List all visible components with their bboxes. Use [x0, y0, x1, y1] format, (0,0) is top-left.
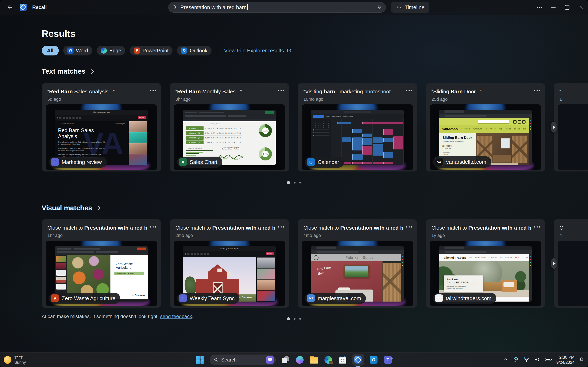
filter-edge[interactable]: Edge [96, 46, 125, 55]
recall-logo-icon [20, 4, 27, 11]
weather-widget[interactable]: 71°F Sunny [4, 352, 26, 367]
filter-powerpoint[interactable]: P PowerPoint [130, 46, 173, 55]
tray-time: 2:30 PM [556, 355, 575, 360]
margiestravel-icon: MT [307, 294, 315, 302]
text-matches-next-button[interactable] [551, 122, 557, 133]
card-title: C [559, 225, 588, 231]
mic-button[interactable] [377, 4, 382, 10]
close-icon [579, 5, 583, 9]
visual-matches-row: Close match to Presentation with a red b… [42, 219, 588, 308]
visual-match-card-team-sync[interactable]: Close match to Presentation with a red b… [170, 219, 289, 308]
card-thumbnail: VanArsdelCLOTHING FURNITURE APPLIANCES T… [430, 104, 541, 170]
visual-match-card-tailwindtraders[interactable]: Close match to Presentation with a red b… [426, 219, 545, 308]
title-bar: Recall Presentation with a red barn Time… [0, 0, 588, 15]
outlook-button[interactable]: O [369, 355, 378, 364]
visual-match-card-partial[interactable]: C 4 [554, 219, 588, 308]
visual-match-card-zero-waste[interactable]: Close match to Presentation with a red b… [42, 219, 161, 308]
outlook-icon: O [370, 356, 378, 364]
visual-matches-next-button[interactable] [551, 258, 557, 269]
copilot-button[interactable] [295, 355, 304, 364]
card-more-button[interactable] [534, 90, 540, 91]
app-title: Recall [32, 4, 47, 10]
edge-icon [101, 48, 107, 54]
notifications-button[interactable] [579, 357, 584, 363]
edge-work-icon [324, 356, 332, 364]
visual-match-card-margiestravel[interactable]: Close match to Presentation with a red b… [298, 219, 417, 308]
back-button[interactable] [5, 3, 14, 12]
text-match-card-marketing-review[interactable]: “Red Barn Sales Analysis...” 5d ago Mark… [42, 83, 161, 171]
card-title: Close match to Presentation with a red b… [303, 225, 403, 231]
card-more-button[interactable] [278, 90, 284, 91]
edge-work-button[interactable] [324, 355, 333, 364]
text-match-card-calendar[interactable]: “Visiting barn...marketing photoshoot” 1… [298, 83, 417, 171]
app-badge: X Sales Chart [177, 157, 222, 167]
card-timestamp: 1 [559, 97, 562, 102]
minimize-button[interactable] [546, 0, 560, 15]
search-highlights-icon [266, 356, 274, 364]
card-more-button[interactable] [150, 90, 156, 91]
card-more-button[interactable] [150, 226, 156, 227]
more-options-button[interactable] [532, 0, 546, 15]
file-explorer-button[interactable] [310, 355, 319, 364]
card-more-button[interactable] [406, 90, 412, 91]
windows-icon [196, 356, 204, 364]
play-right-icon [553, 125, 555, 129]
temperature: 71°F [14, 355, 26, 360]
excel-icon: X [179, 158, 187, 166]
store-icon [339, 358, 346, 364]
teams-button[interactable]: T [383, 355, 392, 364]
card-timestamp: 4 [559, 233, 562, 238]
app-badge: VA vanarsdelltd.com [433, 156, 491, 167]
text-match-card-partial[interactable]: “ 1 [554, 83, 588, 171]
timeline-icon [396, 4, 402, 10]
text-matches-heading[interactable]: Text matches [42, 67, 93, 75]
recall-taskbar-button[interactable] [352, 354, 364, 366]
text-match-card-vanarsdel[interactable]: “Sliding Barn Door...” 25d ago VanArsdel… [426, 83, 545, 171]
maximize-button[interactable] [560, 0, 574, 15]
close-button[interactable] [574, 0, 588, 15]
visual-matches-heading[interactable]: Visual matches [42, 204, 100, 212]
card-thumbnail: Weekly Team Sync Leave Contoso [174, 241, 285, 306]
network-button[interactable] [523, 356, 530, 363]
timeline-button[interactable]: Timeline [391, 2, 429, 13]
filter-all[interactable]: All [42, 46, 59, 55]
send-feedback-link[interactable]: send feedback [160, 314, 192, 319]
card-thumbnail [558, 241, 588, 306]
card-more-button[interactable] [406, 226, 412, 227]
file-explorer-results-link[interactable]: View File Explorer results [224, 48, 292, 54]
task-view-icon [282, 356, 289, 363]
search-input[interactable]: Presentation with a red barn [168, 2, 386, 13]
app-badge: TT tailwindtraders.com [433, 293, 496, 304]
battery-button[interactable] [545, 358, 552, 362]
teams-icon: T [179, 294, 187, 302]
taskbar: 71°F Sunny Search O T [0, 352, 588, 367]
teams-icon: T [51, 158, 59, 166]
app-badge: P Zero Waste Agriculture [49, 293, 120, 304]
filter-word[interactable]: W Word [63, 46, 92, 55]
back-arrow-icon [7, 4, 13, 10]
taskbar-search-input[interactable]: Search [210, 355, 276, 365]
card-timestamp: 10mo ago [303, 97, 323, 102]
tray-date: 9/24/2024 [556, 360, 575, 365]
start-button[interactable] [196, 355, 205, 364]
tray-overflow-button[interactable] [503, 357, 508, 363]
filter-outlook[interactable]: O Outlook [177, 46, 211, 55]
clock[interactable]: 2:30 PM 9/24/2024 [556, 355, 575, 365]
text-matches-pagination[interactable] [287, 181, 301, 184]
card-thumbnail: TodayFebruary 26 - March 4, 2024 [302, 104, 413, 170]
visual-matches-pagination[interactable] [287, 317, 301, 320]
text-matches-row: “Red Barn Sales Analysis...” 5d ago Mark… [42, 83, 588, 171]
powerpoint-icon: P [51, 294, 59, 302]
timeline-label: Timeline [405, 4, 424, 11]
card-more-button[interactable] [278, 226, 284, 227]
task-view-button[interactable] [281, 355, 290, 364]
volume-button[interactable] [534, 356, 540, 363]
text-match-card-sales-chart[interactable]: “Red Barn Monthly Sales...” 3hr ago Dail… [170, 83, 289, 171]
studio-effects-button[interactable] [513, 356, 519, 363]
studio-effects-icon [513, 356, 519, 363]
card-title: Close match to Presentation with a red b… [432, 225, 531, 231]
microsoft-store-button[interactable] [338, 355, 347, 364]
card-timestamp: 4mo ago [303, 233, 321, 238]
weather-condition: Sunny [14, 360, 26, 365]
card-more-button[interactable] [534, 226, 540, 227]
